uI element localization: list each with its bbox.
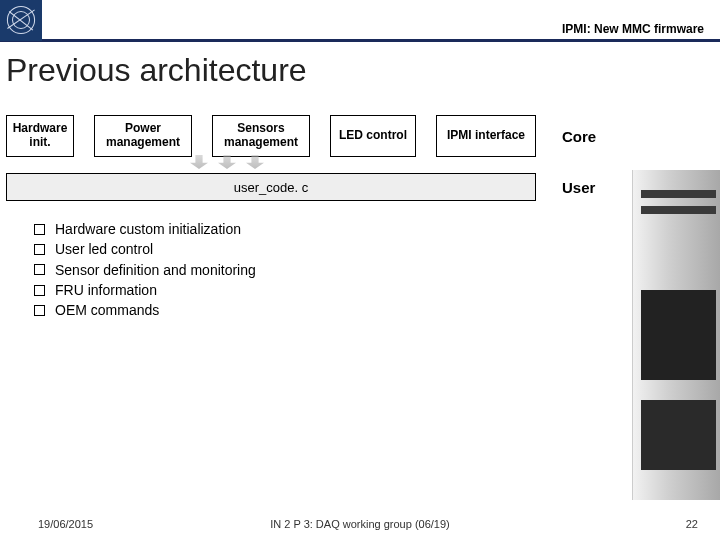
core-label: Core <box>556 128 596 145</box>
slide: IPMI: New MMC firmware Previous architec… <box>0 0 720 540</box>
user-label: User <box>556 179 595 196</box>
svg-point-0 <box>7 6 34 33</box>
list-item: Sensor definition and monitoring <box>34 260 720 280</box>
slide-footer: 19/06/2015 IN 2 P 3: DAQ working group (… <box>0 518 720 530</box>
core-box-hardware-init: Hardware init. <box>6 115 74 157</box>
list-item: FRU information <box>34 280 720 300</box>
checkbox-icon <box>34 224 45 235</box>
list-item: User led control <box>34 239 720 259</box>
cern-logo <box>0 0 42 41</box>
footer-date: 19/06/2015 <box>38 518 93 530</box>
cern-logo-icon <box>4 3 38 37</box>
user-code-box: user_code. c <box>6 173 536 201</box>
list-item: Hardware custom initialization <box>34 219 720 239</box>
core-box-ipmi-interface: IPMI interface <box>436 115 536 157</box>
arrow-down-icon <box>190 155 208 169</box>
header-title: IPMI: New MMC firmware <box>562 4 720 36</box>
user-row: user_code. c User <box>0 173 720 201</box>
slide-header: IPMI: New MMC firmware <box>0 0 720 42</box>
core-box-power-mgmt: Power management <box>94 115 192 157</box>
footer-center: IN 2 P 3: DAQ working group (06/19) <box>270 518 450 530</box>
core-row: Hardware init. Power management Sensors … <box>0 115 720 157</box>
checkbox-icon <box>34 264 45 275</box>
slide-title: Previous architecture <box>0 42 720 109</box>
bullet-text: Hardware custom initialization <box>55 219 241 239</box>
bullet-list: Hardware custom initialization User led … <box>0 201 720 320</box>
bullet-text: FRU information <box>55 280 157 300</box>
footer-page-number: 22 <box>686 518 698 530</box>
connector-arrows <box>0 155 720 175</box>
checkbox-icon <box>34 285 45 296</box>
hardware-photo <box>632 170 720 500</box>
bullet-text: Sensor definition and monitoring <box>55 260 256 280</box>
list-item: OEM commands <box>34 300 720 320</box>
core-box-led-control: LED control <box>330 115 416 157</box>
arrow-down-icon <box>246 155 264 169</box>
bullet-text: OEM commands <box>55 300 159 320</box>
checkbox-icon <box>34 244 45 255</box>
checkbox-icon <box>34 305 45 316</box>
svg-line-2 <box>7 9 34 28</box>
bullet-text: User led control <box>55 239 153 259</box>
arrow-down-icon <box>218 155 236 169</box>
core-box-sensors-mgmt: Sensors management <box>212 115 310 157</box>
